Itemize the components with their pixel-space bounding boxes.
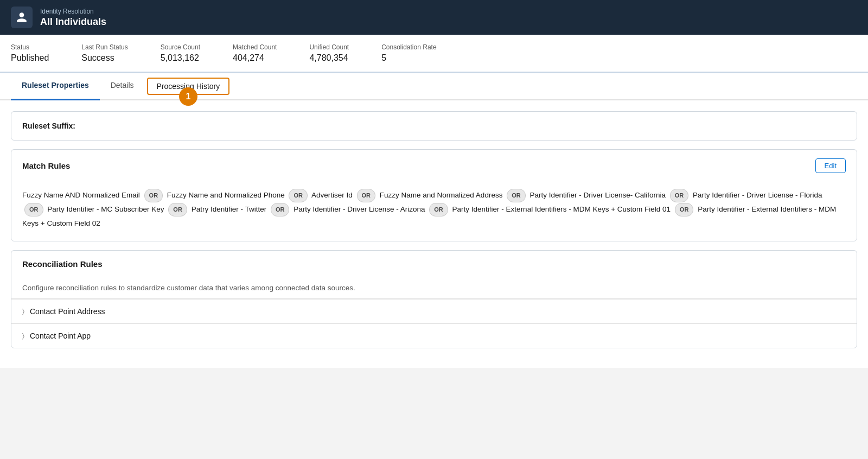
tab-ruleset-properties[interactable]: Ruleset Properties <box>11 73 100 100</box>
stat-label: Status <box>11 43 49 51</box>
or-badge-1: OR <box>144 189 163 202</box>
match-rules-body: Fuzzy Name AND Normalized Email OR Fuzzy… <box>11 182 857 241</box>
page-title: All Individuals <box>40 16 106 28</box>
match-rules-header: Match Rules Edit <box>11 150 857 182</box>
accordion-label-2: Contact Point App <box>30 331 91 340</box>
stat-value: Published <box>11 53 49 63</box>
stat-item-unified-count: Unified Count4,780,354 <box>309 43 349 63</box>
stat-value: 5 <box>381 53 436 63</box>
stat-item-matched-count: Matched Count404,274 <box>233 43 277 63</box>
or-badge-6: OR <box>24 203 43 216</box>
ruleset-suffix-label: Ruleset Suffix: <box>22 122 75 130</box>
or-badge-2: OR <box>289 189 308 202</box>
stat-label: Matched Count <box>233 43 277 51</box>
identity-icon <box>16 11 28 23</box>
stat-item-consolidation-rate: Consolidation Rate5 <box>381 43 436 63</box>
match-rules-title: Match Rules <box>22 161 70 170</box>
match-rules-text: Fuzzy Name AND Normalized Email OR Fuzzy… <box>22 188 846 230</box>
rule-7: Party Identifier - MC Subscriber Key <box>47 205 164 213</box>
rule-4: Fuzzy Name and Normalized Address <box>380 191 503 199</box>
or-badge-7: OR <box>168 203 187 216</box>
rule-5: Party Identifier - Driver License- Calif… <box>529 191 666 199</box>
tab-details[interactable]: Details <box>100 73 145 100</box>
or-badge-3: OR <box>357 189 376 202</box>
stat-label: Last Run Status <box>81 43 127 51</box>
stat-value: 5,013,162 <box>161 53 200 63</box>
edit-button[interactable]: Edit <box>815 158 846 173</box>
stat-value: 4,780,354 <box>309 53 349 63</box>
reconciliation-rules-card: Reconciliation Rules Configure reconcili… <box>11 250 857 348</box>
rule-8: Patry Identifier - Twitter <box>192 205 267 213</box>
tabs-container: Ruleset Properties Details Processing Hi… <box>0 73 868 100</box>
stat-label: Source Count <box>161 43 200 51</box>
ruleset-suffix-card: Ruleset Suffix: <box>11 111 857 141</box>
rule-10: Party Identifier - External Identifiers … <box>452 205 671 213</box>
app-name: Identity Resolution <box>40 8 106 15</box>
content-area: Ruleset Suffix: Match Rules Edit Fuzzy N… <box>0 100 868 368</box>
app-icon <box>11 7 33 28</box>
rule-9: Party Identifier - Driver License - Ariz… <box>293 205 425 213</box>
rule-3: Advertiser Id <box>311 191 353 199</box>
app-header: Identity Resolution All Individuals <box>0 0 868 35</box>
or-badge-9: OR <box>429 203 448 216</box>
chevron-right-icon-2: 〉 <box>22 332 24 340</box>
stat-value: 404,274 <box>233 53 277 63</box>
stat-item-source-count: Source Count5,013,162 <box>161 43 200 63</box>
rule-1: Fuzzy Name AND Normalized Email <box>22 191 140 199</box>
match-rules-card: Match Rules Edit Fuzzy Name AND Normaliz… <box>11 149 857 241</box>
header-text: Identity Resolution All Individuals <box>40 8 106 28</box>
stats-bar: StatusPublishedLast Run StatusSuccessSou… <box>0 35 868 73</box>
stat-value: Success <box>81 53 127 63</box>
reconciliation-rules-title: Reconciliation Rules <box>22 259 103 269</box>
stat-item-status: StatusPublished <box>11 43 49 63</box>
badge-number: 1 <box>179 87 197 106</box>
reconciliation-rules-header: Reconciliation Rules <box>11 251 857 277</box>
stat-item-last-run-status: Last Run StatusSuccess <box>81 43 127 63</box>
accordion-label-1: Contact Point Address <box>30 307 105 316</box>
chevron-right-icon: 〉 <box>22 308 24 315</box>
or-badge-8: OR <box>271 203 290 216</box>
or-badge-4: OR <box>507 189 526 202</box>
accordion-contact-point-address[interactable]: 〉 Contact Point Address <box>11 299 857 323</box>
main-content: Ruleset Properties Details Processing Hi… <box>0 73 868 368</box>
stat-label: Unified Count <box>309 43 349 51</box>
accordion-contact-point-app[interactable]: 〉 Contact Point App <box>11 323 857 348</box>
or-badge-5: OR <box>670 189 689 202</box>
rule-6: Party Identifier - Driver License - Flor… <box>693 191 822 199</box>
or-badge-10: OR <box>675 203 694 216</box>
reconciliation-description: Configure reconciliation rules to standa… <box>11 277 857 299</box>
stat-label: Consolidation Rate <box>381 43 436 51</box>
rule-2: Fuzzy Name and Normalized Phone <box>167 191 285 199</box>
tab-processing-history[interactable]: Processing History 1 <box>147 78 230 95</box>
